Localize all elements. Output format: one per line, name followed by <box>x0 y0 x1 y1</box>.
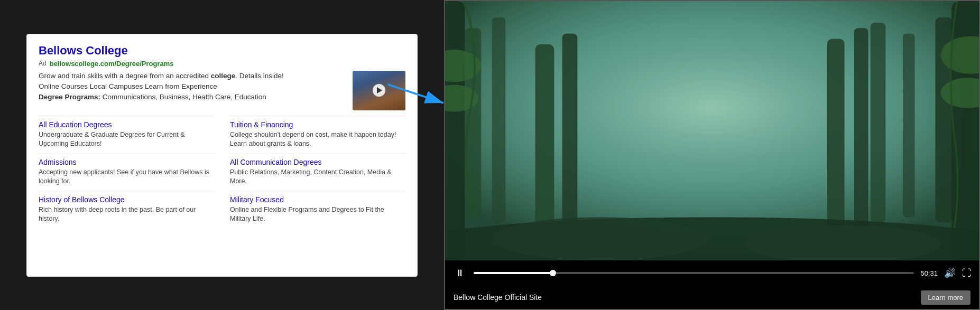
pause-button[interactable]: ⏸ <box>452 266 467 280</box>
pause-icon: ⏸ <box>455 268 465 279</box>
video-area[interactable] <box>445 1 979 260</box>
progress-thumb <box>550 270 556 276</box>
ad-card: Bellows College Ad bellowscollege.com/De… <box>26 34 418 277</box>
ad-link-title-0[interactable]: All Education Degrees <box>39 120 214 129</box>
desc-line3: Degree Programs: Communications, Busines… <box>39 92 284 102</box>
svg-rect-24 <box>445 1 979 260</box>
ad-link-desc-4: Rich history with deep roots in the past… <box>39 205 214 224</box>
ad-body: Grow and train skills with a degree from… <box>39 71 405 110</box>
volume-button[interactable]: 🔊 <box>944 267 956 279</box>
ad-url-row: Ad bellowscollege.com/Degree/Programs <box>39 60 405 68</box>
ad-link-title-3[interactable]: All Communication Degrees <box>230 158 405 166</box>
video-controls[interactable]: ⏸ 50:31 🔊 ⛶ <box>445 260 979 286</box>
ad-link-item-5: Military Focused Online and Flexible Pro… <box>230 191 405 228</box>
ad-link-desc-5: Online and Flexible Programs and Degrees… <box>230 205 405 224</box>
arrow-container <box>385 77 449 108</box>
ad-links: All Education Degrees Undergraduate & Gr… <box>39 116 405 228</box>
svg-line-1 <box>388 84 443 103</box>
ad-link-item-4: History of Bellows College Rich history … <box>39 191 214 228</box>
learn-more-button[interactable]: Learn more <box>921 290 970 305</box>
video-bottom-bar: Bellow College Official Site Learn more <box>445 286 979 309</box>
forest-svg <box>445 1 979 260</box>
arrow-icon <box>385 77 449 108</box>
ad-link-desc-0: Undergraduate & Graduate Degrees for Cur… <box>39 130 214 149</box>
desc-line1: Grow and train skills with a degree from… <box>39 71 284 81</box>
ad-link-desc-2: Accepting new applicants! See if you hav… <box>39 168 214 186</box>
ad-title[interactable]: Bellows College <box>39 44 405 58</box>
ad-url[interactable]: bellowscollege.com/Degree/Programs <box>50 60 174 68</box>
ad-link-desc-1: College shouldn't depend on cost, make i… <box>230 130 405 149</box>
ad-link-title-4[interactable]: History of Bellows College <box>39 195 214 204</box>
progress-fill <box>474 272 553 274</box>
ad-link-item-1: Tuition & Financing College shouldn't de… <box>230 116 405 153</box>
time-label: 50:31 <box>920 269 938 277</box>
video-site-label: Bellow College Official Site <box>454 293 542 302</box>
fullscreen-button[interactable]: ⛶ <box>962 268 972 279</box>
ad-link-title-1[interactable]: Tuition & Financing <box>230 120 405 129</box>
thumbnail-play-btn[interactable] <box>373 84 385 97</box>
progress-bar[interactable] <box>474 272 914 274</box>
ad-link-item-2: Admissions Accepting new applicants! See… <box>39 153 214 191</box>
play-triangle-icon <box>377 87 382 93</box>
video-panel: ⏸ 50:31 🔊 ⛶ Bellow College Official Site… <box>444 0 980 310</box>
fullscreen-icon: ⛶ <box>962 268 972 278</box>
ad-link-item-3: All Communication Degrees Public Relatio… <box>230 153 405 191</box>
ad-link-title-2[interactable]: Admissions <box>39 158 214 166</box>
left-panel: Bellows College Ad bellowscollege.com/De… <box>0 0 444 310</box>
ad-description: Grow and train skills with a degree from… <box>39 71 284 103</box>
volume-icon: 🔊 <box>944 268 956 278</box>
desc-line2: Online Courses Local Campuses Learn from… <box>39 81 284 92</box>
ad-link-title-5[interactable]: Military Focused <box>230 195 405 204</box>
ad-label: Ad <box>39 60 47 67</box>
ad-link-item-0: All Education Degrees Undergraduate & Gr… <box>39 116 214 153</box>
ad-link-desc-3: Public Relations, Marketing, Content Cre… <box>230 168 405 186</box>
